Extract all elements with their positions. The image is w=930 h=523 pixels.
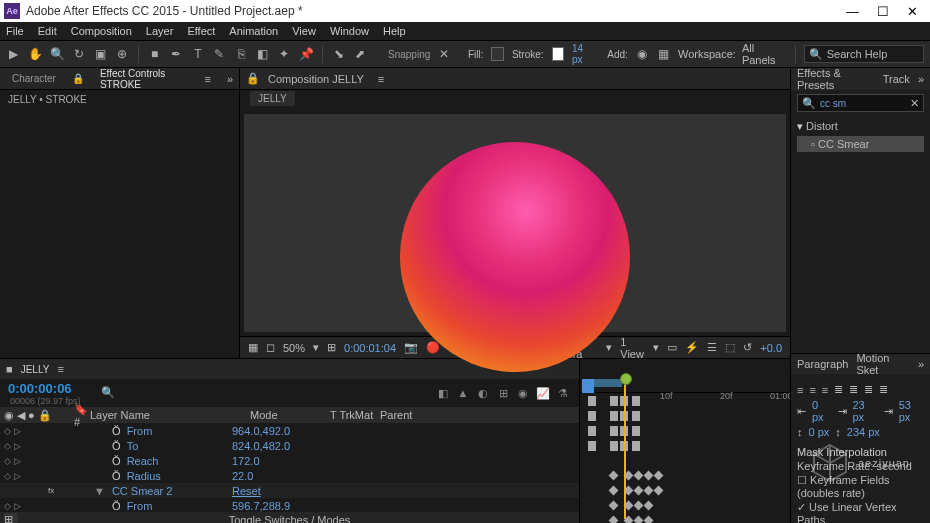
- keyframe-nav[interactable]: ◇ ▷: [4, 456, 48, 466]
- align-center-icon[interactable]: ≡: [809, 384, 815, 396]
- tab-motion-sketch[interactable]: Motion Sket: [856, 352, 910, 376]
- property-value[interactable]: 22.0: [232, 470, 342, 482]
- menu-composition[interactable]: Composition: [71, 25, 132, 37]
- keyframe[interactable]: [644, 501, 654, 511]
- stroke-width[interactable]: 14 px: [572, 43, 593, 65]
- fx-icon[interactable]: fx: [48, 486, 54, 495]
- timeline-row-reach[interactable]: ◇ ▷Ŏ Reach172.0: [0, 453, 579, 468]
- timeline-icon[interactable]: ☰: [707, 341, 717, 354]
- keyframe[interactable]: [634, 516, 644, 523]
- timeline-timecode[interactable]: 0:00:00:06: [8, 381, 81, 396]
- panel-menu-icon[interactable]: ≡: [204, 73, 210, 85]
- tab-effect-controls[interactable]: Effect Controls STROKE: [94, 65, 195, 93]
- maximize-button[interactable]: ☐: [877, 4, 889, 19]
- selection-tool-icon[interactable]: ▶: [6, 45, 22, 63]
- puppet-tool-icon[interactable]: 📌: [298, 45, 314, 63]
- tl-menu-icon[interactable]: ≡: [57, 363, 63, 375]
- menu-layer[interactable]: Layer: [146, 25, 174, 37]
- indent-right-val[interactable]: 53 px: [899, 399, 924, 423]
- timeline-row-from[interactable]: ◇ ▷Ŏ From596.7,288.9: [0, 498, 579, 512]
- keyframe[interactable]: [610, 396, 618, 406]
- draft3d-icon[interactable]: ▲: [455, 385, 471, 401]
- property-value[interactable]: Reset: [232, 485, 342, 497]
- menu-window[interactable]: Window: [330, 25, 369, 37]
- ep-close-icon[interactable]: »: [918, 73, 924, 85]
- expand-icon[interactable]: ⊞: [4, 513, 18, 523]
- toggle-switches-button[interactable]: ⊞ Toggle Switches / Modes: [0, 512, 579, 523]
- keyframe[interactable]: [644, 516, 654, 523]
- keyframe[interactable]: [588, 396, 596, 406]
- menu-edit[interactable]: Edit: [38, 25, 57, 37]
- flowchart-icon[interactable]: ⬚: [725, 341, 735, 354]
- justify-left-icon[interactable]: ≣: [834, 383, 843, 396]
- keyframe-nav[interactable]: ◇ ▷: [4, 426, 48, 436]
- clone-tool-icon[interactable]: ⎘: [233, 45, 249, 63]
- keyframe[interactable]: [609, 471, 619, 481]
- keyframe[interactable]: [632, 396, 640, 406]
- keyframe[interactable]: [609, 501, 619, 511]
- justify-center-icon[interactable]: ≣: [849, 383, 858, 396]
- menu-effect[interactable]: Effect: [187, 25, 215, 37]
- shy-icon[interactable]: ◐: [475, 385, 491, 401]
- justify-right-icon[interactable]: ≣: [864, 383, 873, 396]
- comp-lock-icon[interactable]: 🔒: [246, 72, 260, 85]
- mask-vis-icon[interactable]: ◻: [266, 341, 275, 354]
- anchor-tool-icon[interactable]: ⊕: [114, 45, 130, 63]
- camera-tool-icon[interactable]: ▣: [93, 45, 109, 63]
- keyframe[interactable]: [609, 486, 619, 496]
- keyframe[interactable]: [609, 516, 619, 523]
- keyframe[interactable]: [610, 426, 618, 436]
- keyframe[interactable]: [632, 426, 640, 436]
- tab-timeline-jelly[interactable]: JELLY: [13, 362, 58, 377]
- composition-viewer[interactable]: [244, 114, 786, 332]
- keyframe[interactable]: [610, 411, 618, 421]
- snapping-label[interactable]: Snapping: [388, 49, 430, 60]
- current-time[interactable]: 0:00:01:04: [344, 342, 396, 354]
- tab-tracker[interactable]: Track: [883, 73, 910, 85]
- keyframe[interactable]: [610, 441, 618, 451]
- res-icon[interactable]: ⊞: [327, 341, 336, 354]
- effects-search-input[interactable]: 🔍 ✕: [797, 94, 924, 112]
- pen-tool-icon[interactable]: ✒: [168, 45, 184, 63]
- keyframe[interactable]: [632, 411, 640, 421]
- zoom-tool-icon[interactable]: 🔍: [49, 45, 65, 63]
- motion-blur-icon[interactable]: ◉: [515, 385, 531, 401]
- property-value[interactable]: 964.0,492.0: [232, 425, 342, 437]
- keyframe-nav[interactable]: ◇ ▷: [4, 441, 48, 451]
- timeline-row-from[interactable]: ◇ ▷Ŏ From964.0,492.0: [0, 423, 579, 438]
- roto-tool-icon[interactable]: ✦: [277, 45, 293, 63]
- keyframe[interactable]: [634, 501, 644, 511]
- indent-left-val[interactable]: 0 px: [812, 399, 832, 423]
- pixel-aspect-icon[interactable]: ▭: [667, 341, 677, 354]
- space-before-val[interactable]: 0 px: [809, 426, 830, 438]
- keyframe[interactable]: [588, 411, 596, 421]
- property-value[interactable]: 824.0,482.0: [232, 440, 342, 452]
- shape-tool-icon[interactable]: ■: [147, 45, 163, 63]
- search-help-input[interactable]: 🔍 Search Help: [804, 45, 924, 63]
- hand-tool-icon[interactable]: ✋: [28, 45, 44, 63]
- view-dropdown[interactable]: 1 View: [620, 336, 645, 360]
- property-value[interactable]: 596.7,288.9: [232, 500, 342, 512]
- para-close-icon[interactable]: »: [918, 358, 924, 370]
- panel-close-icon[interactable]: »: [227, 73, 233, 85]
- axis-icon[interactable]: ⬊: [331, 45, 347, 63]
- keyframe[interactable]: [634, 486, 644, 496]
- brush-tool-icon[interactable]: ✎: [212, 45, 228, 63]
- workspace-dropdown[interactable]: All Panels: [742, 42, 787, 66]
- indent-first-val[interactable]: 23 px: [853, 399, 878, 423]
- comp-menu-icon[interactable]: ≡: [378, 73, 384, 85]
- justify-all-icon[interactable]: ≣: [879, 383, 888, 396]
- category-distort[interactable]: ▾ Distort: [797, 118, 924, 135]
- tab-character[interactable]: Character: [6, 70, 62, 87]
- eraser-tool-icon[interactable]: ◧: [255, 45, 271, 63]
- timeline-search-icon[interactable]: 🔍: [101, 386, 115, 400]
- property-value[interactable]: 172.0: [232, 455, 342, 467]
- keyframe[interactable]: [588, 441, 596, 451]
- lock-icon[interactable]: 🔒: [72, 73, 84, 84]
- exposure-value[interactable]: +0.0: [760, 342, 782, 354]
- tab-paragraph[interactable]: Paragraph: [797, 358, 848, 370]
- space-after-val[interactable]: 234 px: [847, 426, 880, 438]
- menu-animation[interactable]: Animation: [229, 25, 278, 37]
- keyframe[interactable]: [644, 471, 654, 481]
- minimize-button[interactable]: —: [846, 4, 859, 19]
